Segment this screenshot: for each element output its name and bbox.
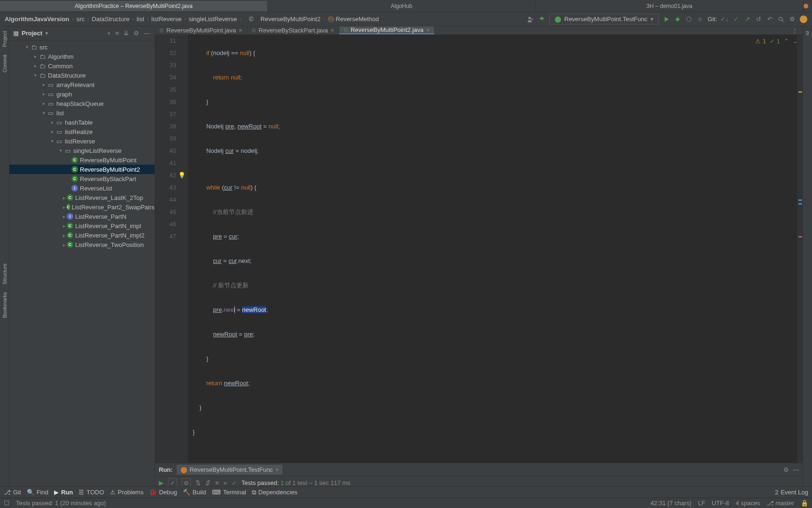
play-icon: ▶ (54, 489, 59, 496)
terminal-toolwindow[interactable]: ⌨Terminal (212, 489, 246, 496)
notification-badge: 2 (775, 489, 778, 496)
sort-icon[interactable]: ⇅ (195, 479, 201, 486)
debug-icon[interactable] (674, 16, 681, 23)
close-icon[interactable]: × (426, 27, 429, 33)
git-update-icon[interactable]: ✓↓ (721, 16, 728, 23)
settings-icon[interactable]: ⚙ (789, 16, 796, 23)
run-title: Run: (159, 466, 173, 473)
status-message-icon: ☐ (4, 500, 9, 507)
crumb-listreverse[interactable]: listReverse (151, 16, 181, 23)
expand-all-icon[interactable]: ≡ (114, 30, 120, 37)
hammer-icon: 🔨 (183, 489, 190, 496)
locate-icon[interactable]: ⌖ (106, 30, 111, 37)
git-history-icon[interactable]: ↺ (755, 16, 762, 23)
breadcrumb: AlgorithmJavaVersion› src› DataStructure… (5, 15, 527, 24)
coverage-icon[interactable] (685, 16, 693, 23)
code-content[interactable]: if (nodelj == null) { return null; } Nod… (188, 35, 797, 463)
close-icon[interactable]: × (331, 27, 334, 34)
code-editor[interactable]: 31 32 33 34 35 36 37 38 39 40 41 42 43 4… (155, 35, 803, 463)
hide-icon[interactable]: — (143, 30, 151, 37)
project-toolwindow-button[interactable]: Project (2, 31, 8, 47)
find-toolwindow[interactable]: 🔍Find (27, 489, 48, 496)
rerun-icon[interactable]: ▶ (159, 479, 164, 486)
project-panel: ▦ Project ▾ ⌖ ≡ ⇊ ⚙ — ▾🗀src ▸🗀Algorithm … (9, 26, 155, 486)
lock-icon[interactable]: 🔒 (801, 500, 808, 507)
more-icon[interactable]: » (224, 479, 227, 486)
problems-toolwindow[interactable]: ⚠Problems (110, 489, 144, 496)
editor-tab-1[interactable]: ©ReverseByMultiPoint.java× (155, 26, 247, 34)
run-tab[interactable]: ⬤ReverseByMultiPoint.TestFunc× (177, 465, 283, 475)
collapse-all-icon[interactable]: ⇊ (123, 30, 130, 37)
bookmarks-toolwindow-button[interactable]: Bookmarks (2, 292, 8, 318)
svg-rect-2 (698, 17, 702, 21)
maven-toolwindow-button[interactable]: m (805, 31, 811, 35)
todo-icon: ☰ (78, 489, 84, 496)
indent-setting[interactable]: 4 spaces (736, 500, 760, 507)
crumb-datastructure[interactable]: DataStructure (92, 16, 129, 23)
crumb-class[interactable]: © ReverseByMultiPoint2 (244, 16, 320, 23)
project-view-dropdown[interactable]: ▾ (45, 30, 48, 37)
check-icon: ✓ (232, 479, 237, 486)
editor-tab-3[interactable]: ©ReverseByMultiPoint2.java× (339, 26, 435, 34)
close-icon[interactable]: × (239, 27, 242, 34)
bottom-toolbar: ⎇Git 🔍Find ▶Run ☰TODO ⚠Problems 🐞Debug 🔨… (0, 486, 812, 498)
crumb-method[interactable]: ⓜ ReverseMethod (328, 15, 379, 24)
deps-icon: ⧉ (252, 489, 256, 496)
avatar-icon[interactable] (800, 16, 807, 23)
window-tab-1[interactable]: AlgorithmPractice – ReverseByMultiPoint2… (0, 1, 268, 11)
debug-icon: 🐞 (149, 489, 156, 496)
editor-tab-2[interactable]: ©ReverseByStackPart.java× (247, 26, 339, 34)
todo-toolwindow[interactable]: ☰TODO (78, 489, 104, 496)
settings-icon[interactable]: ⚙ (133, 30, 140, 37)
window-modified-dot (804, 4, 808, 8)
ok-icon[interactable]: ✓ 1 (770, 38, 780, 45)
git-push-icon[interactable]: ↗ (743, 16, 751, 23)
editor-tabs-more-icon[interactable]: ⋮ (787, 27, 803, 34)
search-icon[interactable] (777, 16, 785, 23)
dependencies-toolwindow[interactable]: ⧉Dependencies (252, 489, 297, 496)
build-icon[interactable] (538, 16, 546, 23)
crumb-src[interactable]: src (77, 16, 85, 23)
build-toolwindow[interactable]: 🔨Build (183, 489, 206, 496)
crumb-root[interactable]: AlgorithmJavaVersion (5, 16, 69, 23)
debug-toolwindow[interactable]: 🐞Debug (149, 489, 177, 496)
intention-bulb-icon[interactable]: 💡 (178, 169, 186, 182)
structure-toolwindow-button[interactable]: Structure (2, 263, 8, 285)
run-icon[interactable] (663, 16, 670, 23)
line-gutter: 31 32 33 34 35 36 37 38 39 40 41 42 43 4… (155, 35, 188, 463)
cursor-position[interactable]: 42:31 (7 chars) (650, 500, 691, 507)
git-branch[interactable]: ⎇ master (767, 500, 794, 507)
git-toolwindow[interactable]: ⎇Git (4, 489, 21, 496)
tree-node-selected: CReverseByMultiPoint2 (9, 165, 155, 174)
git-commit-icon[interactable]: ✓ (732, 16, 740, 23)
eventlog-toolwindow[interactable]: 2Event Log (775, 489, 808, 496)
line-ending[interactable]: LF (698, 500, 705, 507)
sort2-icon[interactable]: ⇵ (205, 479, 211, 486)
git-revert-icon[interactable]: ↶ (766, 16, 773, 23)
git-icon: ⎇ (4, 489, 11, 496)
editor-tabs: ©ReverseByMultiPoint.java× ©ReverseBySta… (155, 26, 803, 35)
add-user-icon[interactable] (527, 16, 534, 23)
svg-point-1 (676, 17, 679, 21)
commit-toolwindow-button[interactable]: Commit (2, 55, 8, 72)
expand-icon[interactable]: ≡ (215, 479, 219, 486)
run-hide-icon[interactable]: — (793, 466, 799, 473)
file-encoding[interactable]: UTF-8 (712, 500, 729, 507)
crumb-list[interactable]: list (137, 16, 144, 23)
warning-icon[interactable]: ⚠ 1 (755, 38, 766, 45)
project-view-icon[interactable]: ▦ (13, 30, 19, 37)
svg-point-3 (779, 17, 782, 20)
marker-strip[interactable] (797, 35, 803, 463)
inspection-widget[interactable]: ⚠ 1 ✓ 1 ⌃ ⌄ (755, 38, 798, 45)
prev-highlight-icon[interactable]: ⌃ (784, 38, 789, 45)
find-icon: 🔍 (27, 489, 34, 496)
run-settings-icon[interactable]: ⚙ (783, 466, 789, 473)
run-toolwindow[interactable]: ▶Run (54, 489, 73, 496)
window-tab-3[interactable]: 3H – demo01.java (536, 1, 804, 11)
run-config-selector[interactable]: ⬤ReverseByMultiPoint.TestFunc▾ (549, 14, 659, 24)
terminal-icon: ⌨ (212, 489, 221, 496)
window-tab-2[interactable]: AlgoHub (268, 1, 536, 11)
os-titlebar: AlgorithmPractice – ReverseByMultiPoint2… (0, 0, 812, 12)
crumb-singlelistreverse[interactable]: singleListReverse (189, 16, 237, 23)
project-tree[interactable]: ▾🗀src ▸🗀Algorithm ▸🗀Common ▾🗀DataStructu… (9, 40, 155, 486)
